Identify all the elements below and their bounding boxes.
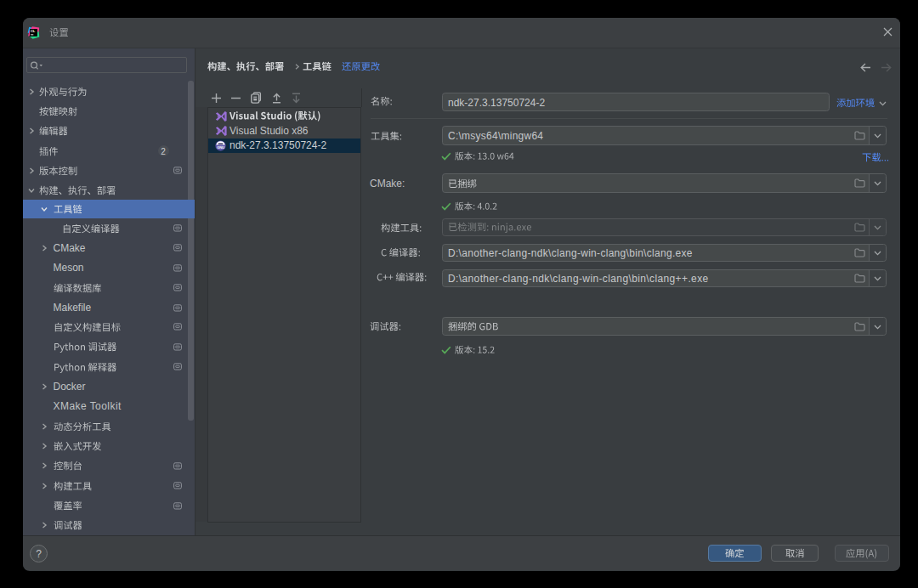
svg-text:GNU: GNU: [217, 145, 224, 150]
svg-text:?: ?: [36, 548, 42, 560]
svg-text:CL: CL: [31, 29, 36, 33]
